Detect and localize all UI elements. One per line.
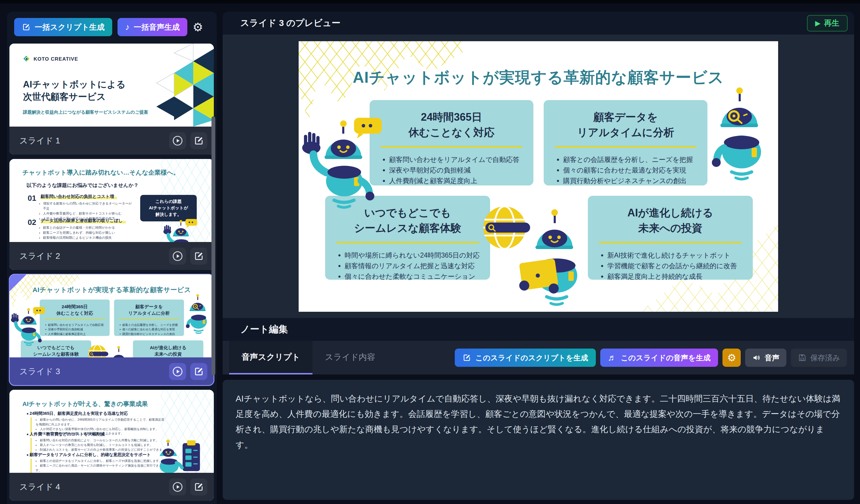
yellow-divider bbox=[381, 146, 522, 147]
tab-slide-content[interactable]: スライド内容 bbox=[313, 341, 388, 374]
window-top-strip bbox=[0, 0, 860, 3]
edit-icon bbox=[194, 251, 204, 261]
slide-2-play-button[interactable] bbox=[169, 248, 186, 265]
audio-settings-button[interactable]: ⚙ bbox=[722, 348, 741, 367]
slide-4-image: AIチャットボットが叶える、驚きの事業成果 24時間365日、顧客満足度向上を実… bbox=[10, 390, 214, 473]
slide-4-label: スライド 4 bbox=[19, 481, 165, 492]
issue-item-1: 01 顧客問い合わせ対応の負担とコスト増 増加する顧客からの問い合わせに対応でき… bbox=[28, 194, 134, 221]
play-button[interactable]: ▶ 再生 bbox=[807, 15, 848, 31]
notes-tab-row: 音声スクリプト スライド内容 このスライドのスクリプトを生成 ♬ このスライドの… bbox=[223, 341, 854, 374]
slide-4-play-button[interactable] bbox=[169, 478, 186, 495]
slide-2-subtitle: 以下のような課題にお悩みではございませんか？ bbox=[27, 182, 139, 189]
slide-3-play-button[interactable] bbox=[169, 363, 186, 380]
feature-box-4: AIが進化し続ける未来への投資 新AI技術で進化し続けるチャットボット学習機能で… bbox=[588, 196, 753, 280]
slide-3-edit-button[interactable] bbox=[190, 363, 207, 380]
generate-audio-button[interactable]: ♬ このスライドの音声を生成 bbox=[600, 348, 718, 367]
feature-box-4: AIが進化し続ける未来への投資 新AI技術で進化し続けるチャットボット学習機能で… bbox=[133, 340, 203, 357]
voice-button[interactable]: 音声 bbox=[745, 348, 786, 367]
waving-robot-illustration bbox=[299, 113, 385, 210]
batch-audio-button[interactable]: ♪ 一括音声生成 bbox=[117, 18, 187, 36]
slide-thumbnail-1[interactable]: KOTO CREATIVE AIチャットボットによる 次世代顧客サービス 課題解… bbox=[10, 44, 214, 155]
slide-1-subtitle: 課題解決と収益向上につながる顧客サービスシステムのご提案 bbox=[23, 110, 148, 115]
main-panel: スライド 3 のプレビュー ▶ 再生 AIチャットボットが実現する革新的な顧客サ… bbox=[223, 12, 854, 504]
saved-button[interactable]: 保存済み bbox=[791, 348, 847, 367]
preview-title: スライド 3 のプレビュー bbox=[240, 17, 807, 29]
notes-heading: ノート編集 bbox=[240, 323, 288, 336]
issue-item-2: 02 データ活用の限界と潜在顧客の取りこぼし 顧客との会話データの蓄積・分析に時… bbox=[28, 218, 134, 240]
slide-4-title: AIチャットボットが叶える、驚きの事業成果 bbox=[23, 400, 148, 408]
script-text: AIチャットボットなら、問い合わせにリアルタイムで自動応答し、深夜や早朝も抜け漏… bbox=[235, 391, 841, 452]
slide-3-label: スライド 3 bbox=[19, 366, 165, 377]
slide-2-edit-button[interactable] bbox=[190, 248, 207, 265]
logo-diamond-icon bbox=[23, 55, 31, 63]
waving-robot-illustration bbox=[10, 305, 46, 346]
edit-icon bbox=[194, 481, 204, 492]
yellow-divider bbox=[119, 319, 179, 320]
slide-1-footer: スライド 1 bbox=[10, 127, 214, 155]
slide-1-play-button[interactable] bbox=[169, 132, 186, 149]
music-note-icon: ♪ bbox=[125, 23, 130, 31]
music-note-icon: ♬ bbox=[608, 353, 617, 362]
clipboard-robot-illustration bbox=[154, 439, 210, 473]
feature-box-1: 24時間365日休むことなく対応 顧客問い合わせをリアルタイムで自動応答深夜や早… bbox=[370, 100, 533, 186]
slide-4-edit-button[interactable] bbox=[190, 478, 207, 495]
settings-gear-icon[interactable]: ⚙ bbox=[192, 21, 203, 33]
slide-2-footer: スライド 2 bbox=[10, 242, 214, 270]
slide-list: KOTO CREATIVE AIチャットボットによる 次世代顧客サービス 課題解… bbox=[7, 42, 217, 501]
notes-section: ノート編集 音声スクリプト スライド内容 このスライドのスクリプトを生成 ♬ こ… bbox=[223, 318, 854, 500]
slide-2-label: スライド 2 bbox=[19, 250, 165, 262]
edit-icon bbox=[194, 135, 204, 146]
speaker-icon bbox=[752, 353, 761, 362]
slide-2-title: チャットボット導入に踏み切れない…そんな企業様へ。 bbox=[23, 168, 180, 177]
yellow-divider bbox=[336, 242, 479, 243]
feature-box-1: 24時間365日休むことなく対応 顧客問い合わせをリアルタイムで自動応答深夜や早… bbox=[40, 299, 110, 336]
magnifier-robot-illustration bbox=[181, 293, 214, 334]
triangle-mosaic-art bbox=[146, 44, 214, 127]
edit-icon bbox=[462, 353, 471, 362]
slide-thumbnail-4[interactable]: AIチャットボットが叶える、驚きの事業成果 24時間365日、顧客満足度向上を実… bbox=[10, 390, 214, 501]
gear-icon: ⚙ bbox=[727, 352, 736, 363]
slide-thumbnail-3-selected[interactable]: AIチャットボットが実現する革新的な顧客サービス 24時間365日休むことなく対… bbox=[10, 274, 214, 385]
slides-sidebar: 一括スクリプト生成 ♪ 一括音声生成 ⚙ KOTO CREATIVE AIチャッ… bbox=[7, 12, 217, 504]
batch-script-label: 一括スクリプト生成 bbox=[35, 22, 104, 32]
sidebar-toolbar: 一括スクリプト生成 ♪ 一括音声生成 ⚙ bbox=[7, 12, 217, 42]
yellow-divider bbox=[555, 146, 696, 147]
yellow-divider bbox=[599, 242, 742, 243]
slide-canvas[interactable]: AIチャットボットが実現する革新的な顧客サービス 24時間365日休むことなく対… bbox=[299, 41, 778, 312]
play-circle-icon bbox=[172, 251, 183, 261]
edit-icon bbox=[194, 366, 204, 377]
play-circle-icon bbox=[172, 481, 183, 492]
selected-corner-triangle bbox=[10, 274, 27, 291]
tablet-robot-illustration bbox=[476, 200, 594, 308]
yellow-divider bbox=[44, 319, 105, 320]
slide-thumbnail-2[interactable]: チャットボット導入に踏み切れない…そんな企業様へ。 以下のような課題にお悩みでは… bbox=[10, 159, 214, 270]
slide-3-mini: AIチャットボットが実現する革新的な顧客サービス 24時間365日休むことなく対… bbox=[10, 274, 214, 357]
slide-3-footer: スライド 3 bbox=[10, 357, 214, 385]
slide-3-image: AIチャットボットが実現する革新的な顧客サービス 24時間365日休むことなく対… bbox=[10, 274, 214, 357]
batch-audio-label: 一括音声生成 bbox=[134, 22, 180, 32]
floppy-disk-icon bbox=[798, 353, 807, 362]
feature-box-2: 顧客データをリアルタイムに分析 顧客との会話履歴を分析し、ニーズを把握個々の顧客… bbox=[544, 100, 707, 186]
slide-1-edit-button[interactable] bbox=[190, 132, 207, 149]
slide-1-title: AIチャットボットによる 次世代顧客サービス bbox=[23, 78, 126, 103]
edit-icon bbox=[22, 23, 31, 31]
slide-1-image: KOTO CREATIVE AIチャットボットによる 次世代顧客サービス 課題解… bbox=[10, 44, 214, 127]
generate-script-button[interactable]: このスライドのスクリプトを生成 bbox=[455, 348, 596, 367]
batch-script-button[interactable]: 一括スクリプト生成 bbox=[14, 18, 112, 36]
koto-creative-logo: KOTO CREATIVE bbox=[23, 55, 78, 63]
result-section-3: 顧客データをリアルタイムに分析し、的確な意思決定をサポート 顧客との会話データを… bbox=[27, 452, 165, 473]
slide-2-image: チャットボット導入に踏み切れない…そんな企業様へ。 以下のような課題にお悩みでは… bbox=[10, 159, 214, 242]
slide-4-footer: スライド 4 bbox=[10, 473, 214, 501]
sidebar-scrollbar[interactable] bbox=[212, 116, 215, 375]
play-circle-icon bbox=[172, 135, 183, 146]
tablet-robot-illustration bbox=[85, 342, 136, 357]
feature-box-2: 顧客データをリアルタイムに分析 顧客との会話履歴を分析し、ニーズを把握個々の顧客… bbox=[114, 299, 184, 336]
script-textarea[interactable]: AIチャットボットなら、問い合わせにリアルタイムで自動応答し、深夜や早朝も抜け漏… bbox=[223, 380, 854, 500]
slide-preview-area: AIチャットボットが実現する革新的な顧客サービス 24時間365日休むことなく対… bbox=[223, 35, 854, 318]
play-icon: ▶ bbox=[815, 20, 820, 27]
tab-audio-script[interactable]: 音声スクリプト bbox=[229, 341, 313, 374]
play-circle-icon bbox=[172, 366, 183, 377]
preview-header: スライド 3 のプレビュー ▶ 再生 bbox=[223, 12, 854, 35]
notes-header: ノート編集 bbox=[223, 318, 854, 341]
waving-robot-illustration bbox=[156, 217, 203, 242]
